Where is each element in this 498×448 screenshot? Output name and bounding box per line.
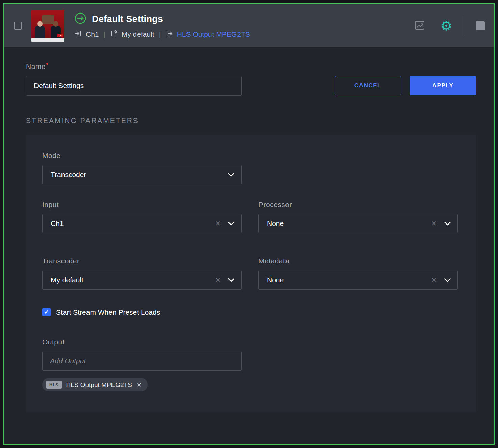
breadcrumb: Ch1 | (74, 30, 250, 39)
output-chip[interactable]: HLS HLS Output MPEG2TS ✕ (42, 378, 148, 391)
mode-label: Mode (42, 152, 242, 160)
thumbnail-head-right (53, 21, 58, 27)
breadcrumb-output-label: HLS Output MPEG2TS (177, 30, 250, 38)
streaming-parameters-heading: STREAMING PARAMETERS (26, 116, 476, 125)
thumbnail-head-left (37, 21, 43, 27)
header-divider (464, 16, 464, 35)
input-icon (74, 30, 82, 39)
clear-icon[interactable]: ✕ (431, 219, 437, 228)
breadcrumb-separator: | (104, 31, 105, 38)
breadcrumb-transcoder[interactable]: My default (110, 30, 154, 39)
transcoder-icon (110, 30, 118, 39)
page-title: Default Settings (92, 14, 163, 24)
select-checkbox[interactable] (14, 22, 22, 30)
transcoder-label: Transcoder (42, 257, 242, 265)
thumbnail-person-left (35, 26, 45, 39)
streaming-parameters-panel: Mode Transcoder Input Ch1 ✕ (26, 135, 476, 412)
app-frame: TV Default Settings (3, 3, 495, 445)
channel-thumbnail[interactable]: TV (31, 10, 64, 42)
panel-toggle-button[interactable] (476, 21, 485, 30)
chevron-down-icon (444, 278, 451, 282)
chip-remove-icon[interactable]: ✕ (136, 381, 142, 389)
cancel-button[interactable]: CANCEL (335, 76, 401, 95)
input-value: Ch1 (51, 219, 215, 228)
required-marker: • (46, 60, 49, 68)
mode-select[interactable]: Transcoder (42, 165, 242, 184)
mode-field: Mode Transcoder (42, 152, 242, 184)
output-chip-row: HLS HLS Output MPEG2TS ✕ (42, 378, 460, 391)
mode-value: Transcoder (51, 170, 228, 179)
start-stream-checkbox-row[interactable]: ✓ Start Stream When Preset Loads (42, 308, 460, 316)
clear-icon[interactable]: ✕ (215, 219, 221, 228)
thumbnail-screen (42, 15, 54, 24)
name-label-text: Name (26, 62, 46, 70)
checkbox-checked-icon[interactable]: ✓ (42, 308, 51, 316)
clear-icon[interactable]: ✕ (215, 276, 221, 284)
form-buttons: CANCEL APPLY (335, 76, 476, 96)
title-block: Default Settings Ch1 | (74, 12, 250, 39)
chevron-down-icon (444, 222, 451, 226)
breadcrumb-transcoder-label: My default (122, 30, 154, 38)
transcoder-value: My default (51, 276, 215, 284)
header-bar: TV Default Settings (4, 4, 494, 47)
apply-button[interactable]: APPLY (410, 76, 476, 95)
chevron-down-icon (228, 222, 234, 226)
breadcrumb-separator: | (159, 31, 161, 38)
processor-label: Processor (258, 201, 458, 209)
input-label: Input (42, 201, 242, 209)
output-field: Output (42, 338, 460, 371)
input-field: Input Ch1 ✕ (42, 201, 242, 233)
processor-field: Processor None ✕ (258, 201, 458, 233)
hls-badge: HLS (46, 381, 62, 389)
output-icon (166, 30, 173, 39)
chart-icon (414, 20, 425, 32)
metadata-label: Metadata (258, 257, 458, 265)
breadcrumb-input-label: Ch1 (86, 30, 99, 38)
breadcrumb-input[interactable]: Ch1 (74, 30, 99, 39)
input-select[interactable]: Ch1 ✕ (42, 214, 242, 233)
output-chip-label: HLS Output MPEG2TS (66, 381, 132, 389)
settings-button[interactable]: ⚙ (440, 19, 452, 32)
check-icon: ✓ (44, 309, 49, 316)
gear-icon: ⚙ (440, 19, 452, 32)
thumbnail-tv-logo: TV (57, 34, 63, 37)
chevron-down-icon (228, 278, 234, 282)
stream-status-icon (74, 12, 86, 26)
transcoder-select[interactable]: My default ✕ (42, 270, 242, 290)
processor-value: None (267, 219, 431, 228)
thumbnail-desk (31, 38, 64, 42)
name-input[interactable] (26, 76, 242, 96)
output-label: Output (42, 338, 460, 346)
stats-button[interactable] (414, 20, 425, 32)
metadata-value: None (267, 276, 431, 284)
metadata-select[interactable]: None ✕ (258, 270, 458, 290)
processor-select[interactable]: None ✕ (258, 214, 458, 233)
header-actions: ⚙ (414, 16, 485, 35)
chevron-down-icon (228, 173, 234, 177)
clear-icon[interactable]: ✕ (431, 276, 437, 284)
name-row: Name• CANCEL APPLY (26, 62, 476, 96)
settings-form: Name• CANCEL APPLY STREAMING PARAMETERS … (4, 47, 494, 444)
transcoder-field: Transcoder My default ✕ (42, 257, 242, 290)
add-output-input[interactable] (42, 351, 242, 371)
breadcrumb-output-link[interactable]: HLS Output MPEG2TS (166, 30, 250, 39)
start-stream-label: Start Stream When Preset Loads (56, 308, 160, 316)
metadata-field: Metadata None ✕ (258, 257, 458, 290)
name-label: Name• (26, 62, 242, 71)
